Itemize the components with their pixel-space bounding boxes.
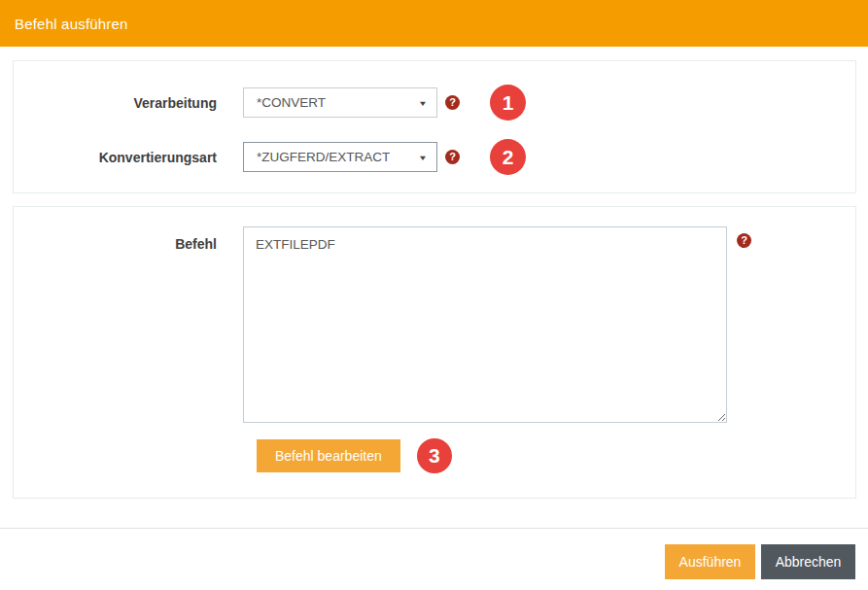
befehl-help-icon[interactable]: ? — [737, 233, 751, 248]
step-badge-1: 1 — [490, 85, 526, 121]
verarbeitung-label: Verarbeitung — [14, 95, 217, 111]
abbrechen-button[interactable]: Abbrechen — [761, 544, 855, 579]
verarbeitung-row: Verarbeitung *CONVERT ▼ ? 1 — [14, 85, 855, 121]
verarbeitung-select-value: *CONVERT — [257, 95, 326, 110]
chevron-down-icon: ▼ — [418, 153, 428, 160]
dialog-footer: Ausführen Abbrechen — [0, 528, 868, 579]
befehl-label: Befehl — [14, 226, 217, 252]
step-badge-2: 2 — [490, 139, 526, 175]
command-panel: Befehl EXTFILEPDF ? Befehl bearbeiten 3 — [13, 206, 856, 499]
selection-panel: Verarbeitung *CONVERT ▼ ? 1 Konvertierun… — [13, 60, 856, 193]
dialog-header: Befehl ausführen — [0, 0, 868, 47]
ausfuehren-button[interactable]: Ausführen — [665, 544, 755, 579]
befehl-row: Befehl EXTFILEPDF ? — [14, 226, 855, 423]
verarbeitung-help-icon[interactable]: ? — [445, 95, 460, 110]
konvertierungsart-help-icon[interactable]: ? — [445, 150, 460, 164]
konvertierungsart-label: Konvertierungsart — [14, 150, 217, 165]
befehl-bearbeiten-button[interactable]: Befehl bearbeiten — [257, 439, 400, 472]
befehl-textarea[interactable]: EXTFILEPDF — [243, 226, 727, 423]
konvertierungsart-select-value: *ZUGFERD/EXTRACT — [257, 150, 390, 164]
dialog-title: Befehl ausführen — [15, 16, 128, 32]
konvertierungsart-select[interactable]: *ZUGFERD/EXTRACT ▼ — [243, 142, 437, 172]
edit-button-row: Befehl bearbeiten 3 — [257, 438, 855, 473]
konvertierungsart-row: Konvertierungsart *ZUGFERD/EXTRACT ▼ ? 2 — [14, 139, 855, 175]
step-badge-3: 3 — [417, 438, 452, 473]
chevron-down-icon: ▼ — [418, 98, 428, 106]
verarbeitung-select[interactable]: *CONVERT ▼ — [243, 87, 437, 118]
